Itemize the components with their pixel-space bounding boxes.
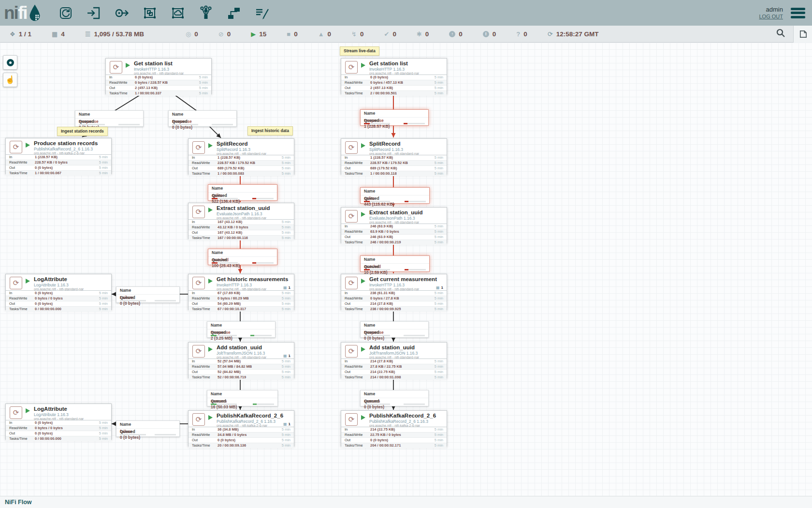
operate-palette-button[interactable]: ☝ — [3, 73, 17, 87]
stats-row: Read/Write228.57 KB / 0 bytes5 min — [6, 160, 111, 165]
label-icon[interactable] — [254, 5, 270, 21]
queue-label[interactable]: NamesplitsQueued443 (115.62 KB) — [360, 187, 430, 204]
queue-label[interactable]: NamesplitsQueued522 (136.4 KB) — [208, 184, 277, 201]
stats-value: 0 bytes / 60.29 MB — [218, 296, 249, 301]
canvas-label[interactable]: Ingest historic data — [247, 126, 293, 135]
stats-value: 246 (63.9 KB) — [370, 235, 393, 239]
queue-label[interactable]: NamefailureQueued0 (0 bytes) — [116, 420, 180, 437]
stats-value: 228.57 KB / 179.52 KB — [370, 161, 408, 165]
queue-percent-bar — [364, 123, 390, 124]
stats-window: 5 min — [435, 240, 443, 245]
queue-percent-fill — [212, 198, 218, 199]
canvas-label[interactable]: Stream live-data — [340, 46, 379, 56]
run-status-icon — [361, 143, 365, 148]
new-canvas-panel-button[interactable] — [793, 26, 812, 43]
queue-name-row: NameResponse — [75, 111, 143, 119]
processor[interactable]: ⟳Add station_uuidJoltTransformJSON 1.16.… — [341, 342, 447, 378]
stats-row: Out0 (0 bytes)5 min — [6, 165, 111, 170]
breadcrumb[interactable]: NiFi Flow — [5, 499, 32, 506]
sync-failure-icon: ? — [516, 31, 520, 37]
input-port-icon[interactable] — [86, 5, 102, 21]
processor[interactable]: ⟳PublishKafkaRecord_2_6PublishKafkaRecor… — [188, 410, 294, 447]
logout-link[interactable]: LOG OUT — [759, 13, 783, 20]
processor-type-icon: ⟳ — [110, 61, 122, 74]
navigate-icon — [7, 59, 14, 66]
active-threads-count: 1 — [441, 285, 443, 290]
processor-type-icon: ⟳ — [10, 141, 22, 153]
stats-value: 57.04 MB / 84.82 MB — [218, 364, 252, 369]
queue-label[interactable]: NameResponseQueued0 (0 bytes) — [168, 110, 237, 127]
processor[interactable]: ⟳PublishKafkaRecord_2_6PublishKafkaRecor… — [341, 410, 447, 447]
output-port-icon[interactable] — [114, 5, 130, 21]
processor[interactable]: ⟳Extract station_uuidEvaluateJsonPath 1.… — [341, 207, 447, 243]
funnel-icon[interactable] — [198, 5, 214, 21]
processor[interactable]: ⟳Produce station recordsPublishKafkaReco… — [5, 138, 112, 174]
stats-row: In36 (34.8 MB)5 min — [188, 427, 294, 432]
stats-value: 0 / 00:00:00.000 — [35, 436, 61, 441]
arrowhead-icon — [392, 133, 396, 137]
queue-label[interactable]: NamematchedQueued100 (25.43 KB) — [208, 249, 277, 265]
stats-label: Out — [109, 86, 115, 90]
queue-label[interactable]: NameResponseQueued2 (3.25 MB) — [207, 321, 276, 338]
stats-value: 0 (0 bytes) — [35, 301, 53, 306]
queue-label[interactable]: NamesuccessQueued0 (0 bytes) — [360, 390, 429, 406]
stats-window: 5 min — [282, 230, 290, 235]
cluster-icon: ❖ — [10, 31, 15, 37]
stats-row: Tasks/Time204 / 00:00:02.1715 min — [341, 443, 447, 448]
stats-window: 5 min — [282, 236, 290, 240]
process-group-icon[interactable] — [142, 5, 158, 21]
processor-stats: In236 (61.31 KB)5 minRead/Write0 bytes /… — [341, 290, 447, 312]
processor[interactable]: ⟳Get current measurementInvokeHTTP 1.16.… — [341, 274, 447, 310]
menu-icon[interactable] — [791, 8, 805, 18]
queue-label[interactable]: NameResponseQueued0 (0 bytes) — [360, 321, 429, 338]
stats-row: Tasks/Time214 / 00:00:01.0985 min — [341, 374, 447, 380]
stats-value: 0 (0 bytes) — [370, 438, 388, 443]
search-icon[interactable] — [776, 29, 785, 40]
template-icon[interactable] — [226, 5, 242, 21]
stats-window: 5 min — [282, 427, 290, 432]
stats-label: Tasks/Time — [109, 91, 128, 96]
processor-stats: In36 (34.8 MB)5 minRead/Write34.8 MB / 0… — [188, 427, 294, 448]
stats-window: 5 min — [199, 91, 208, 96]
stats-label: Read/Write — [345, 364, 362, 369]
stats-value: 52 (57.04 MB) — [218, 359, 241, 364]
stats-window: 5 min — [99, 307, 108, 312]
stats-window: 5 min — [282, 443, 290, 448]
queue-label[interactable]: NameFailureQueued0 (0 bytes) — [116, 286, 180, 303]
processor-type: PublishKafkaRecord_2_6 1.16.3 — [217, 419, 276, 424]
queue-label[interactable]: NameResponseQueued1 (228.57 KB) — [360, 109, 429, 126]
processor-name: SplitRecord — [369, 141, 401, 147]
remote-process-group-icon[interactable] — [170, 5, 186, 21]
queue-label[interactable]: NamesuccessQueued16 (50.03 MB) — [207, 390, 278, 406]
stats-row: Read/Write228.57 KB / 179.52 KB5 min — [341, 160, 447, 165]
stats-label: Out — [192, 301, 198, 306]
stats-label: Read/Write — [345, 161, 362, 165]
refresh-icon[interactable]: ⟳ — [548, 31, 553, 37]
processor[interactable]: ⟳LogAttributeLogAttribute 1.16.3org.apac… — [5, 274, 112, 310]
stats-label: Out — [192, 438, 198, 443]
processor-type: SplitRecord 1.16.3 — [369, 147, 403, 152]
processor[interactable]: ⟳Get historic measurementsInvokeHTTP 1.1… — [188, 274, 294, 310]
processor[interactable]: ⟳Get station listInvokeHTTP 1.16.3org.ap… — [341, 58, 447, 94]
stats-row: Tasks/Time52 / 00:00:06.7195 min — [188, 374, 294, 380]
processor[interactable]: ⟳SplitRecordSplitRecord 1.16.3org.apache… — [341, 138, 447, 175]
processor[interactable]: ⟳SplitRecordSplitRecord 1.16.3org.apache… — [188, 138, 294, 175]
stats-label: In — [109, 75, 112, 80]
canvas-label[interactable]: Ingest station records — [57, 127, 108, 136]
processor[interactable]: ⟳Extract station_uuidEvaluateJsonPath 1.… — [188, 203, 294, 239]
navigate-palette-button[interactable] — [3, 55, 17, 70]
stats-window: 5 min — [435, 364, 443, 369]
flow-diagram-layer: ☝ ⟳Get station listInvokeHTTP 1.16.3org.… — [0, 0, 812, 496]
queue-label[interactable]: NamematchedQueued10 (2.59 KB) — [360, 255, 430, 272]
stats-window: 5 min — [282, 359, 290, 364]
processor[interactable]: ⟳Add station_uuidJoltTransformJSON 1.16.… — [188, 342, 294, 378]
processor-stats: In1 (228.57 KB)5 minRead/Write228.57 KB … — [341, 155, 447, 176]
stats-row: In214 (27.8 KB)5 min — [341, 359, 447, 364]
queue-percent-bar — [172, 124, 198, 125]
queue-label[interactable]: NameResponseQueued0 (0 bytes) — [75, 110, 144, 127]
processor[interactable]: ⟳Get station listInvokeHTTP 1.16.3org.ap… — [105, 58, 212, 94]
processor-icon[interactable] — [58, 5, 73, 21]
queue-size-bar — [404, 123, 425, 124]
processor[interactable]: ⟳LogAttributeLogAttribute 1.16.3org.apac… — [5, 403, 112, 440]
queue-size-bar — [252, 198, 274, 199]
